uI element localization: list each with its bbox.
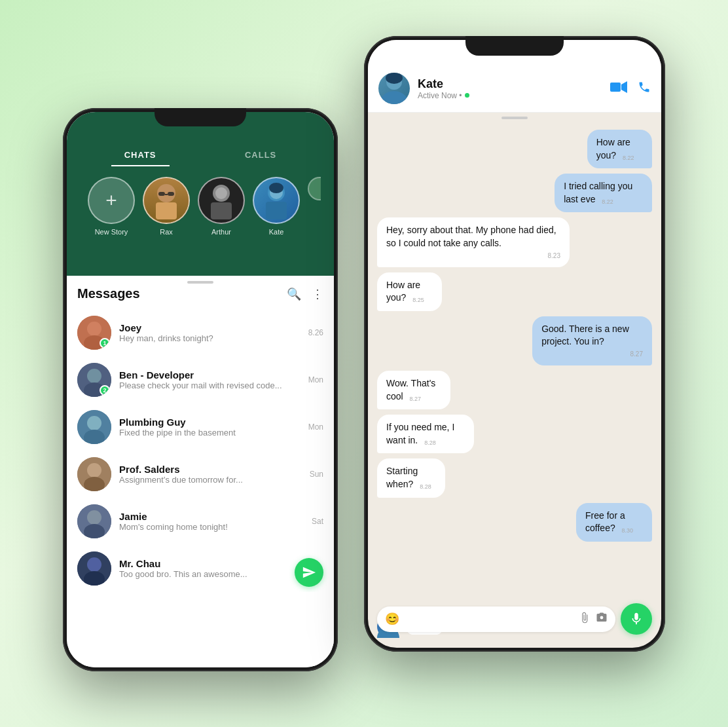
plumbing-name: Plumbing Guy [119, 417, 300, 428]
message-item-joey[interactable]: 1 Joey Hey man, drinks tonight? 8.26 [67, 309, 334, 356]
kate-avatar [378, 73, 410, 104]
messages-icons: 🔍 ⋮ [287, 287, 323, 301]
svg-rect-6 [211, 202, 232, 219]
chat-name: Kate [418, 77, 602, 91]
prof-avatar [77, 457, 111, 491]
message-item-ben[interactable]: 2 Ben - Developer Please check your mail… [67, 356, 334, 403]
msg-new-project: Good. There is a new project. You in? 8.… [481, 316, 652, 365]
arthur-avatar [198, 177, 245, 224]
video-call-icon[interactable] [610, 81, 627, 97]
jamie-name: Jamie [119, 511, 304, 522]
msg-starting-when: Starting when? 8.28 [377, 458, 475, 497]
plumbing-content: Plumbing Guy Fixed the pipe in the basem… [119, 417, 300, 438]
svg-rect-4 [165, 194, 168, 195]
rax-avatar [143, 177, 190, 224]
story-item-kate[interactable]: Kate [253, 177, 300, 236]
message-item-jamie[interactable]: Jamie Mom's coming home tonight! Sat [67, 498, 334, 545]
mic-button[interactable] [621, 603, 652, 635]
svg-point-13 [87, 322, 101, 336]
phone-call-icon[interactable] [638, 81, 651, 97]
left-screen: CHATS CALLS + New Story [67, 112, 334, 667]
kate-story-avatar [253, 177, 300, 224]
search-icon[interactable]: 🔍 [287, 287, 301, 301]
new-story-label: New Story [95, 228, 128, 236]
menu-icon[interactable]: ⋮ [312, 287, 323, 301]
bubble-recv-5: Starting when? 8.28 [377, 458, 445, 497]
left-notch [155, 108, 246, 126]
svg-point-30 [378, 91, 410, 104]
msg-hey-sorry: Hey, sorry about that. My phone had died… [377, 217, 652, 267]
emoji-icon[interactable]: 😊 [385, 612, 399, 626]
ben-name: Ben - Developer [119, 369, 300, 381]
jamie-preview: Mom's coming home tonight! [119, 522, 304, 532]
joey-name: Joey [119, 322, 300, 333]
svg-point-19 [87, 416, 101, 430]
ben-badge: 2 [100, 385, 110, 396]
prof-content: Prof. Salders Assignment's due tomorrow … [119, 464, 302, 485]
message-item-plumbing[interactable]: Plumbing Guy Fixed the pipe in the basem… [67, 403, 334, 451]
message-list: 1 Joey Hey man, drinks tonight? 8.26 [67, 309, 334, 592]
joey-content: Joey Hey man, drinks tonight? [119, 322, 300, 343]
chat-info: Kate Active Now • [418, 77, 602, 100]
right-notch [465, 36, 564, 56]
bubble-recv-3: Wow. That's cool 8.27 [377, 371, 450, 409]
phones-container: CHATS CALLS + New Story [63, 56, 665, 671]
joey-preview: Hey man, drinks tonight? [119, 333, 300, 343]
kate-story-label: Kate [269, 228, 284, 236]
messages-header: Messages 🔍 ⋮ [67, 284, 334, 309]
chat-input[interactable] [405, 614, 573, 624]
svg-point-11 [269, 183, 283, 193]
story-item-rax[interactable]: Rax [143, 177, 190, 236]
chat-status: Active Now • [418, 91, 602, 100]
svg-point-28 [87, 557, 101, 572]
chau-avatar [77, 551, 111, 586]
message-item-chau[interactable]: Mr. Chau Too good bro. This an awesome..… [67, 545, 334, 592]
svg-point-22 [87, 463, 101, 477]
msg-wow-cool: Wow. That's cool 8.27 [377, 371, 482, 409]
msg-tried-calling: I tried calling you last eve 8.22 [513, 174, 652, 212]
messages-panel: Messages 🔍 ⋮ [67, 281, 334, 667]
svg-rect-3 [168, 192, 174, 196]
ben-avatar: 2 [77, 363, 111, 397]
prof-time: Sun [310, 470, 323, 479]
camera-icon[interactable] [596, 612, 608, 627]
tabs-row: CHATS CALLS [80, 145, 321, 166]
attach-icon[interactable] [579, 612, 591, 627]
plumbing-preview: Fixed the pipe in the basement [119, 428, 300, 438]
stories-row: + New Story [80, 166, 321, 242]
msg-how-are-you-recv: How are you? 8.25 [377, 272, 470, 311]
tab-calls[interactable]: CALLS [232, 145, 289, 166]
plus-icon: + [105, 189, 117, 212]
msg-need-me: If you need me, I want in. 8.28 [377, 415, 516, 453]
story-item-extra [308, 177, 321, 236]
story-item-new[interactable]: + New Story [88, 177, 135, 236]
left-phone: CHATS CALLS + New Story [63, 108, 338, 671]
messages-title: Messages [77, 286, 140, 301]
plumbing-time: Mon [308, 422, 323, 432]
ben-content: Ben - Developer Please check your mail w… [119, 369, 300, 390]
send-button[interactable] [295, 558, 323, 587]
right-screen: Kate Active Now • [368, 40, 661, 648]
chat-drag-bar [501, 117, 528, 119]
status-text: Active Now • [418, 91, 462, 100]
chau-preview: Too good bro. This an awesome... [119, 569, 323, 579]
chat-input-wrap: 😊 [377, 606, 615, 632]
bubble-recv-1: Hey, sorry about that. My phone had died… [377, 217, 570, 267]
message-item-prof[interactable]: Prof. Salders Assignment's due tomorrow … [67, 451, 334, 498]
left-header: CHATS CALLS + New Story [67, 112, 334, 276]
msg-coffee: Free for a coffee? 8.30 [543, 503, 652, 542]
story-item-arthur[interactable]: Arthur [198, 177, 245, 236]
jamie-time: Sat [312, 517, 323, 526]
tab-chats[interactable]: CHATS [111, 145, 170, 166]
right-phone: Kate Active Now • [364, 36, 665, 652]
bubble-recv-2: How are you? 8.25 [377, 272, 442, 311]
chau-content: Mr. Chau Too good bro. This an awesome..… [119, 558, 323, 579]
arthur-label: Arthur [211, 228, 231, 236]
bubble-sent-1: How are you? 8.22 [587, 130, 652, 168]
joey-avatar: 1 [77, 316, 111, 350]
svg-rect-2 [158, 192, 165, 196]
svg-rect-9 [266, 202, 287, 219]
jamie-avatar [77, 504, 111, 538]
svg-point-25 [87, 510, 101, 525]
svg-marker-34 [621, 81, 627, 93]
